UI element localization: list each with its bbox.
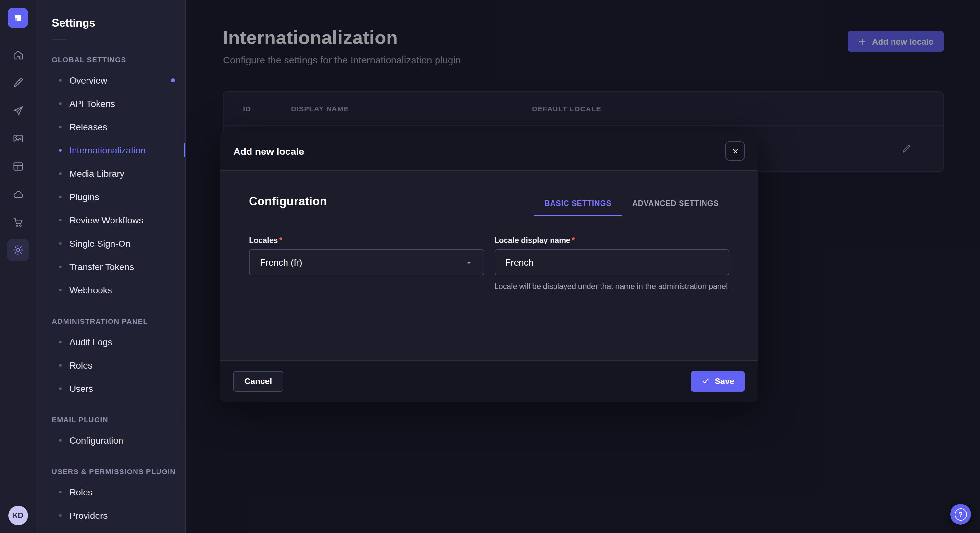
sidebar-item-label: Configuration	[69, 435, 124, 446]
strapi-logo-icon	[12, 12, 23, 23]
sidebar-item-plugins[interactable]: Plugins	[36, 185, 185, 209]
sidebar-item-single-sign-on[interactable]: Single Sign-On	[36, 232, 185, 255]
paper-plane-icon	[12, 105, 24, 116]
sidebar-item-webhooks[interactable]: Webhooks	[36, 279, 185, 302]
nav-content-type-builder[interactable]	[7, 71, 29, 94]
help-button[interactable]: ?	[950, 504, 971, 525]
nav-rail: KD	[0, 0, 36, 533]
required-indicator: *	[572, 236, 574, 245]
configuration-heading: Configuration	[249, 195, 327, 216]
bullet-icon	[59, 439, 62, 442]
sidebar-item-media-library[interactable]: Media Library	[36, 162, 185, 185]
locales-select[interactable]: French (fr)	[249, 249, 484, 275]
content-type-builder-icon	[12, 77, 24, 89]
modal-header: Add new locale	[220, 132, 758, 171]
sidebar-item-configuration[interactable]: Configuration	[36, 429, 185, 452]
sidebar-item-label: Roles	[69, 487, 93, 497]
close-modal-button[interactable]	[725, 141, 745, 160]
tab-advanced-settings[interactable]: ADVANCED SETTINGS	[622, 193, 729, 216]
check-icon	[701, 377, 710, 385]
sidebar-item-roles[interactable]: Roles	[36, 354, 185, 377]
chevron-down-icon	[465, 258, 473, 266]
modal-title: Add new locale	[233, 145, 304, 156]
sidebar-item-providers[interactable]: Providers	[36, 504, 185, 527]
sidebar-list: Configuration	[36, 429, 185, 452]
cloud-icon	[12, 188, 24, 200]
sidebar-item-api-tokens[interactable]: API Tokens	[36, 92, 185, 115]
sidebar-item-label: Media Library	[69, 168, 124, 179]
tab-basic-settings[interactable]: BASIC SETTINGS	[534, 193, 622, 216]
nav-home[interactable]	[7, 44, 29, 66]
bullet-icon	[59, 364, 62, 366]
display-name-label-text: Locale display name	[494, 236, 570, 245]
sidebar-item-label: Webhooks	[69, 285, 112, 295]
sidebar-item-audit-logs[interactable]: Audit Logs	[36, 330, 185, 354]
modal-body: Configuration BASIC SETTINGSADVANCED SET…	[220, 171, 758, 360]
bullet-icon	[59, 149, 62, 152]
sidebar-item-releases[interactable]: Releases	[36, 115, 185, 139]
avatar[interactable]: KD	[8, 506, 27, 525]
nav-marketplace[interactable]	[7, 211, 29, 233]
media-library-icon	[12, 132, 24, 144]
cancel-button[interactable]: Cancel	[233, 371, 283, 392]
sidebar-item-label: Internationalization	[69, 145, 145, 155]
sidebar-item-transfer-tokens[interactable]: Transfer Tokens	[36, 255, 185, 279]
sidebar-section-label: USERS & PERMISSIONS PLUGIN	[52, 468, 185, 475]
sidebar-item-label: Releases	[69, 122, 107, 132]
sidebar-title: Settings	[36, 17, 185, 30]
close-icon	[731, 147, 739, 155]
question-mark-icon: ?	[955, 508, 967, 520]
bullet-icon	[59, 265, 62, 268]
sidebar-item-label: Plugins	[69, 192, 99, 202]
sidebar-item-label: Transfer Tokens	[69, 262, 134, 272]
sidebar-list: OverviewAPI TokensReleasesInternationali…	[36, 69, 185, 302]
app-window: KD Settings GLOBAL SETTINGSOverviewAPI T…	[0, 0, 980, 533]
sidebar-section-label: EMAIL PLUGIN	[52, 416, 185, 424]
sidebar-item-label: API Tokens	[69, 98, 115, 109]
sidebar-item-label: Audit Logs	[69, 337, 112, 347]
sidebar-item-roles[interactable]: Roles	[36, 481, 185, 504]
notification-dot-icon	[171, 78, 175, 82]
display-name-hint: Locale will be displayed under that name…	[494, 281, 729, 292]
bullet-icon	[59, 79, 62, 82]
bullet-icon	[59, 125, 62, 128]
sidebar-item-internationalization[interactable]: Internationalization	[36, 139, 185, 162]
display-name-input[interactable]	[494, 249, 729, 275]
strapi-logo[interactable]	[8, 8, 28, 28]
locales-select-value: French (fr)	[260, 257, 302, 268]
sidebar-item-label: Users	[69, 383, 93, 394]
bullet-icon	[59, 491, 62, 493]
nav-cloud[interactable]	[7, 183, 29, 205]
add-locale-modal: Add new locale Configuration BASIC SETTI…	[220, 132, 758, 401]
content-manager-icon	[12, 160, 24, 172]
sidebar-item-label: Roles	[69, 360, 93, 370]
required-indicator: *	[279, 236, 282, 245]
modal-tabs: BASIC SETTINGSADVANCED SETTINGS	[534, 193, 729, 216]
bullet-icon	[59, 289, 62, 292]
locale-form: Locales* French (fr) Locale display name…	[249, 236, 729, 292]
modal-footer: Cancel Save	[220, 360, 758, 401]
sidebar-item-users[interactable]: Users	[36, 377, 185, 400]
settings-sidebar: Settings GLOBAL SETTINGSOverviewAPI Toke…	[36, 0, 186, 533]
bullet-icon	[59, 387, 62, 390]
sidebar-item-review-workflows[interactable]: Review Workflows	[36, 209, 185, 232]
sidebar-item-label: Single Sign-On	[69, 238, 130, 249]
home-icon	[12, 49, 24, 60]
nav-media-library[interactable]	[7, 127, 29, 149]
display-name-field: Locale display name* Locale will be disp…	[494, 236, 729, 292]
sidebar-sections: GLOBAL SETTINGSOverviewAPI TokensRelease…	[36, 56, 185, 527]
sidebar-section-label: GLOBAL SETTINGS	[52, 56, 185, 63]
bullet-icon	[59, 219, 62, 222]
nav-deploy[interactable]	[7, 99, 29, 121]
sidebar-item-overview[interactable]: Overview	[36, 69, 185, 92]
save-button[interactable]: Save	[690, 371, 745, 392]
locales-field: Locales* French (fr)	[249, 236, 484, 292]
display-name-label: Locale display name*	[494, 236, 729, 245]
sidebar-item-label: Providers	[69, 510, 108, 521]
bullet-icon	[59, 242, 62, 245]
sidebar-item-label: Overview	[69, 75, 107, 86]
sidebar-item-label: Review Workflows	[69, 215, 143, 225]
sidebar-section-label: ADMINISTRATION PANEL	[52, 317, 185, 325]
nav-content-manager[interactable]	[7, 155, 29, 177]
nav-settings[interactable]	[7, 239, 29, 261]
